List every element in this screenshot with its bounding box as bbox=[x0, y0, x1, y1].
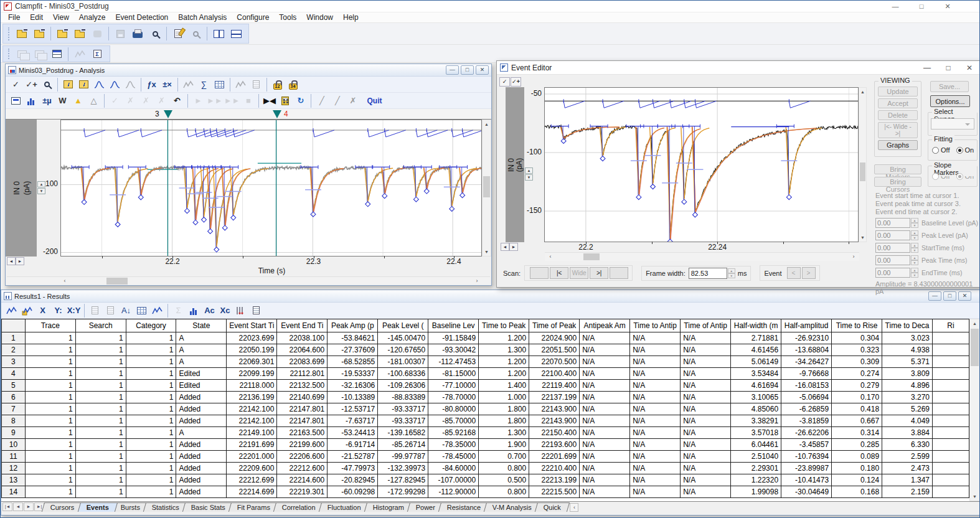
table-cell[interactable]: 2.599 bbox=[882, 451, 933, 463]
table-cell[interactable]: 1 bbox=[75, 463, 126, 474]
table-cell[interactable]: 1 bbox=[75, 439, 126, 451]
table-cell[interactable]: 2.29301 bbox=[731, 463, 781, 474]
row-number[interactable]: 1 bbox=[2, 332, 26, 344]
menu-event-detection[interactable]: Event Detection bbox=[111, 13, 174, 22]
table-cell[interactable]: N/A bbox=[630, 332, 681, 344]
table-cell[interactable]: 0.180 bbox=[832, 463, 882, 474]
table-cell[interactable]: 1 bbox=[25, 439, 75, 451]
table-cell[interactable]: -23.89987 bbox=[781, 463, 832, 474]
column-header[interactable]: Time to Antip bbox=[630, 319, 681, 332]
column-header[interactable]: Time to Rise bbox=[832, 319, 882, 332]
open-lab-book-icon[interactable] bbox=[72, 26, 88, 42]
table-cell[interactable]: 2.159 bbox=[882, 486, 933, 498]
table-cell[interactable]: 1 bbox=[75, 415, 126, 427]
table-cell[interactable]: N/A bbox=[580, 474, 630, 486]
frame-width-spinner[interactable]: ▲▼ bbox=[728, 268, 735, 278]
start-time-input[interactable] bbox=[875, 243, 910, 253]
scroll-up-icon[interactable]: ▲ bbox=[483, 120, 491, 128]
table-cell[interactable]: 1.300 bbox=[479, 427, 529, 439]
table-cell[interactable]: N/A bbox=[630, 368, 681, 380]
menu-analyze[interactable]: Analyze bbox=[74, 13, 111, 22]
table-cell[interactable] bbox=[933, 380, 969, 392]
table-cell[interactable]: -109.26306 bbox=[378, 380, 428, 392]
table-cell[interactable] bbox=[933, 332, 969, 344]
table-cell[interactable]: -60.09298 bbox=[327, 486, 378, 498]
table-cell[interactable]: Added bbox=[176, 486, 227, 498]
table-cell[interactable] bbox=[933, 368, 969, 380]
table-cell[interactable] bbox=[933, 486, 969, 498]
table-cell[interactable]: 4.049 bbox=[882, 415, 933, 427]
table-cell[interactable]: N/A bbox=[630, 403, 681, 415]
table-cell[interactable]: 0.304 bbox=[832, 332, 882, 344]
table-cell[interactable]: 22201.699 bbox=[529, 451, 580, 463]
table-cell[interactable]: 22070.500 bbox=[529, 356, 580, 368]
column-header[interactable]: Half-amplitud bbox=[781, 319, 832, 332]
analysis-titlebar[interactable]: Minis03_Postdrug - Analysis — □ ✕ bbox=[6, 64, 491, 77]
table-cell[interactable]: -20.82945 bbox=[327, 474, 378, 486]
table-cell[interactable]: -139.16582 bbox=[378, 427, 428, 439]
table-cell[interactable]: N/A bbox=[630, 451, 681, 463]
table-cell[interactable]: N/A bbox=[630, 415, 681, 427]
column-header[interactable]: Ri bbox=[933, 319, 969, 332]
table-cell[interactable] bbox=[933, 474, 969, 486]
table-cell[interactable]: N/A bbox=[681, 474, 731, 486]
table-cell[interactable]: 22163.500 bbox=[277, 427, 327, 439]
table-cell[interactable]: 0.800 bbox=[479, 463, 529, 474]
table-row[interactable]: 6111Added22136.19922140.699-10.13389-88.… bbox=[2, 392, 969, 403]
table-cell[interactable]: -78.70000 bbox=[428, 392, 479, 403]
table-cell[interactable] bbox=[933, 451, 969, 463]
table-cell[interactable]: N/A bbox=[580, 368, 630, 380]
table-cell[interactable]: 4.61456 bbox=[731, 344, 781, 356]
arithmetic-icon[interactable]: ±× bbox=[160, 78, 174, 92]
table-cell[interactable] bbox=[933, 427, 969, 439]
table-cell[interactable]: 0.168 bbox=[832, 486, 882, 498]
wave-icon[interactable] bbox=[92, 78, 106, 92]
table-row[interactable]: 4111Edited22099.19922112.801-19.53337-10… bbox=[2, 368, 969, 380]
table-cell[interactable]: 22201.000 bbox=[227, 451, 277, 463]
table-cell[interactable]: 4.85060 bbox=[731, 403, 781, 415]
scroll-right-icon[interactable]: › bbox=[849, 253, 858, 261]
table-cell[interactable]: 1 bbox=[75, 344, 126, 356]
results-sheet-icon[interactable]: Σ bbox=[89, 46, 105, 62]
redo-scan-icon[interactable]: ↻ bbox=[293, 94, 308, 108]
peak-time-spinner[interactable]: ▲▼ bbox=[911, 255, 918, 265]
align-traces-icon[interactable] bbox=[9, 94, 23, 108]
table-cell[interactable]: -53.84621 bbox=[327, 332, 378, 344]
table-cell[interactable]: -85.92168 bbox=[428, 427, 479, 439]
table-cell[interactable]: A bbox=[176, 356, 227, 368]
tab-v-m-analysis[interactable]: V-M Analysis bbox=[484, 502, 540, 512]
scan-end-button[interactable]: >| bbox=[590, 267, 608, 279]
table-row[interactable]: 10111Added22191.69922199.600-6.91714-85.… bbox=[2, 439, 969, 451]
end-time-input[interactable] bbox=[875, 268, 910, 278]
table-cell[interactable]: 22193.600 bbox=[529, 439, 580, 451]
end-time-spinner[interactable]: ▲▼ bbox=[911, 268, 918, 278]
table-cell[interactable]: -27.37609 bbox=[327, 344, 378, 356]
zoom-icon[interactable] bbox=[40, 78, 54, 92]
table-cell[interactable]: N/A bbox=[580, 463, 630, 474]
fitting-on-radio[interactable] bbox=[956, 147, 963, 154]
calculator-icon[interactable] bbox=[278, 94, 292, 108]
tab-basic-stats[interactable]: Basic Stats bbox=[182, 502, 234, 512]
table-row[interactable]: 14111Added22214.69922219.301-60.09298-17… bbox=[2, 486, 969, 498]
table-cell[interactable]: 4.61694 bbox=[731, 380, 781, 392]
table-cell[interactable]: 0.279 bbox=[832, 380, 882, 392]
table-cell[interactable]: N/A bbox=[681, 344, 731, 356]
table-cell[interactable]: A bbox=[176, 427, 227, 439]
accept-event-icon[interactable]: ✓ bbox=[499, 77, 510, 87]
table-cell[interactable]: -26.62206 bbox=[781, 427, 832, 439]
multi-trace-icon[interactable]: W bbox=[55, 94, 70, 108]
table-row[interactable]: 3111A22069.30122083.699-68.52855-181.003… bbox=[2, 356, 969, 368]
table-cell[interactable]: N/A bbox=[580, 439, 630, 451]
table-row[interactable]: 1111A22023.69922038.100-53.84621-145.004… bbox=[2, 332, 969, 344]
tab-resistance[interactable]: Resistance bbox=[438, 502, 490, 512]
tab-statistics[interactable]: Statistics bbox=[143, 502, 188, 512]
add-lab-book-icon[interactable] bbox=[54, 26, 70, 42]
table-cell[interactable]: 22137.199 bbox=[529, 392, 580, 403]
row-number[interactable]: 14 bbox=[2, 486, 26, 498]
table-cell[interactable]: 22140.699 bbox=[277, 392, 327, 403]
table-cell[interactable]: 22206.600 bbox=[277, 451, 327, 463]
table-row[interactable]: 7111Added22142.10022147.801-12.53717-93.… bbox=[2, 403, 969, 415]
table-cell[interactable] bbox=[933, 463, 969, 474]
column-header[interactable]: Time to Peak bbox=[479, 319, 529, 332]
y-axis-spinner[interactable]: ▲▼ bbox=[37, 181, 45, 195]
